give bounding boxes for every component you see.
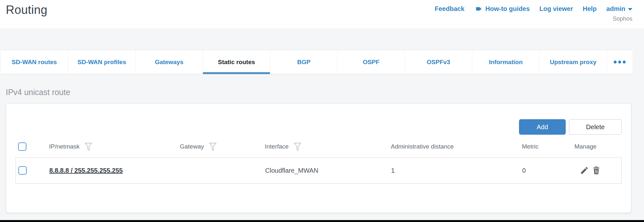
add-button[interactable]: Add bbox=[519, 119, 566, 135]
more-tabs-button[interactable] bbox=[607, 50, 632, 74]
user-menu-label: admin bbox=[606, 5, 625, 13]
route-metric-value: 0 bbox=[522, 167, 575, 174]
column-header-administrative-distance: Administrative distance bbox=[391, 143, 454, 150]
row-checkbox[interactable] bbox=[18, 166, 27, 175]
route-ip-netmask-link[interactable]: 8.8.8.8 / 255.255.255.255 bbox=[49, 167, 123, 174]
ellipsis-icon bbox=[623, 61, 626, 63]
column-header-manage: Manage bbox=[574, 143, 597, 150]
howto-guides-link[interactable]: How-to guides bbox=[474, 5, 530, 13]
filter-funnel-icon[interactable] bbox=[293, 142, 302, 151]
tab-information[interactable]: Information bbox=[472, 50, 539, 74]
filter-funnel-icon[interactable] bbox=[209, 142, 217, 151]
bottom-edge-bar bbox=[0, 220, 644, 222]
tab-sdwan-profiles[interactable]: SD-WAN profiles bbox=[68, 50, 135, 74]
page-title: Routing bbox=[6, 3, 47, 17]
pencil-icon[interactable] bbox=[580, 166, 589, 175]
tab-ospf[interactable]: OSPF bbox=[337, 50, 405, 74]
ellipsis-icon bbox=[618, 61, 621, 63]
route-interface-value: Cloudflare_MWAN bbox=[265, 167, 391, 174]
tab-upstream-proxy[interactable]: Upstream proxy bbox=[539, 50, 607, 74]
column-header-metric: Metric bbox=[522, 143, 539, 150]
column-header-ip-netmask: IP/netmask bbox=[49, 143, 80, 150]
column-header-gateway: Gateway bbox=[180, 143, 204, 150]
tab-bgp[interactable]: BGP bbox=[270, 50, 337, 74]
header-nav: Feedback How-to guides Log viewer Help a… bbox=[435, 5, 632, 22]
ellipsis-icon bbox=[614, 61, 617, 63]
table-header-row: IP/netmask Gateway Interface Administrat… bbox=[15, 138, 622, 155]
table-row: 8.8.8.8 / 255.255.255.255 Cloudflare_MWA… bbox=[15, 157, 622, 184]
route-administrative-distance-value: 1 bbox=[391, 167, 522, 174]
log-viewer-link[interactable]: Log viewer bbox=[539, 5, 573, 13]
help-link[interactable]: Help bbox=[583, 5, 597, 13]
filter-funnel-icon[interactable] bbox=[84, 142, 92, 151]
section-title: IPv4 unicast route bbox=[6, 88, 70, 97]
trash-icon[interactable] bbox=[592, 166, 601, 175]
user-menu[interactable]: admin bbox=[606, 5, 632, 13]
org-name: Sophos bbox=[613, 15, 632, 22]
howto-guides-label: How-to guides bbox=[485, 5, 530, 13]
ipv4-unicast-route-panel: Add Delete IP/netmask Gateway Interface … bbox=[6, 103, 631, 213]
tab-ospfv3[interactable]: OSPFv3 bbox=[405, 50, 472, 74]
table-toolbar: Add Delete bbox=[15, 119, 622, 135]
chevron-down-icon bbox=[628, 8, 632, 11]
delete-button[interactable]: Delete bbox=[569, 119, 622, 135]
tab-gateways[interactable]: Gateways bbox=[135, 50, 203, 74]
tab-sdwan-routes[interactable]: SD-WAN routes bbox=[1, 50, 68, 74]
routing-tabs: SD-WAN routes SD-WAN profiles Gateways S… bbox=[1, 50, 632, 74]
select-all-checkbox[interactable] bbox=[18, 142, 26, 151]
top-header: Routing Feedback How-to guides Log viewe… bbox=[0, 0, 644, 28]
video-camera-icon bbox=[474, 5, 483, 12]
column-header-interface: Interface bbox=[265, 143, 289, 150]
tab-static-routes[interactable]: Static routes bbox=[203, 50, 270, 74]
feedback-link[interactable]: Feedback bbox=[435, 5, 464, 13]
